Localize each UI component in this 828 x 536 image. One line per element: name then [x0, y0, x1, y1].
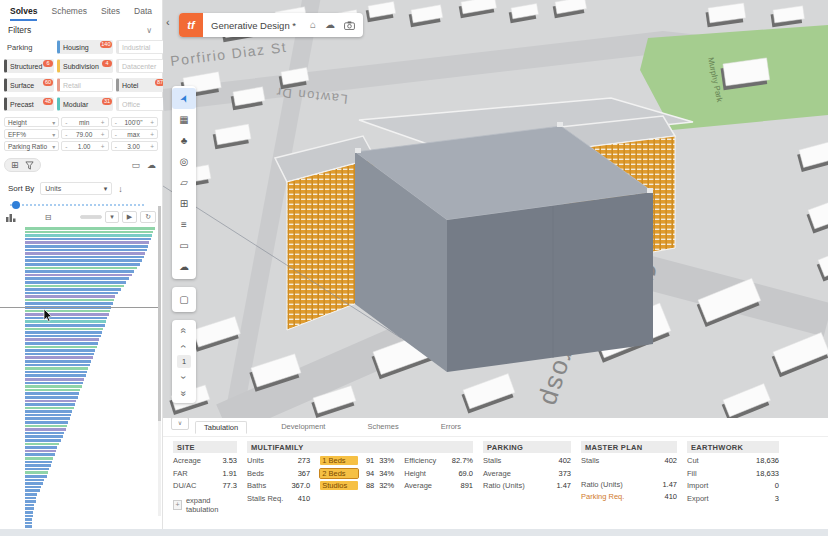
chart-bar[interactable]: [25, 425, 67, 428]
chart-bar[interactable]: [25, 338, 99, 341]
results-slider[interactable]: [10, 201, 152, 209]
compare-button[interactable]: [80, 215, 102, 219]
split-view-icon[interactable]: ⊟: [45, 213, 52, 222]
chart-bar[interactable]: [25, 245, 148, 248]
chart-bar[interactable]: [25, 432, 64, 435]
chart-bar[interactable]: [25, 471, 48, 474]
chart-bar[interactable]: [25, 267, 137, 270]
chart-bar[interactable]: [25, 353, 94, 356]
chart-scrollbar[interactable]: [158, 206, 161, 516]
filters-header[interactable]: Filters ∨: [0, 21, 162, 37]
chart-bar[interactable]: [25, 328, 103, 331]
parking-ratio-min-stepper[interactable]: -1.00+: [61, 141, 108, 151]
chart-bar[interactable]: [25, 281, 126, 284]
chart-bar[interactable]: [25, 403, 75, 406]
screen-icon[interactable]: ▭: [131, 160, 140, 170]
chart-bar[interactable]: [25, 407, 74, 410]
chart-bar[interactable]: [25, 324, 105, 327]
chart-bar[interactable]: [25, 259, 142, 262]
target-tool[interactable]: ◎: [172, 151, 196, 172]
cloud-icon[interactable]: ☁: [325, 19, 335, 31]
chip-surface[interactable]: Surface60: [4, 78, 54, 92]
parking-ratio-max-stepper[interactable]: -3.00+: [111, 141, 158, 151]
play-button[interactable]: ▶: [122, 211, 137, 223]
select-tool[interactable]: ➤: [172, 88, 196, 109]
chart-bar[interactable]: [25, 392, 79, 395]
panel-tool[interactable]: ▭: [172, 235, 196, 256]
chart-bar[interactable]: [25, 371, 87, 374]
chart-bar[interactable]: [25, 378, 84, 381]
chip-precast[interactable]: Precast48: [4, 97, 54, 111]
chart-bar[interactable]: [25, 295, 115, 298]
tab-schemes[interactable]: Schemes: [52, 6, 87, 21]
chart-bar[interactable]: [25, 385, 82, 388]
chart-bar[interactable]: [25, 525, 32, 528]
chart-bar[interactable]: [25, 277, 129, 280]
chip-hotel[interactable]: Hotel87: [116, 78, 166, 92]
grid-tool[interactable]: ⊞: [172, 193, 196, 214]
chart-bar[interactable]: [25, 489, 40, 492]
project-title[interactable]: Generative Design *: [211, 20, 296, 31]
chip-subdivision[interactable]: Subdivision4: [57, 59, 113, 73]
chart-bar[interactable]: [25, 292, 118, 295]
tab-schemes-bottom[interactable]: Schemes: [359, 421, 406, 434]
tab-solves[interactable]: Solves: [10, 6, 37, 21]
car-tool[interactable]: ▱: [172, 172, 196, 193]
bar-chart-icon[interactable]: [6, 213, 16, 222]
chevron-down-icon[interactable]: ∨: [146, 26, 152, 35]
chart-bar[interactable]: [25, 475, 47, 478]
chart-bar[interactable]: [25, 396, 78, 399]
plus-icon[interactable]: +: [101, 131, 105, 138]
mf-unit-mix-row[interactable]: 1 Beds9133%: [320, 456, 394, 465]
tab-errors[interactable]: Errors: [433, 421, 469, 434]
chart-bar[interactable]: [25, 482, 43, 485]
tree-tool[interactable]: ♣: [172, 130, 196, 151]
chart-bar[interactable]: [25, 241, 149, 244]
sort-direction-icon[interactable]: ↓: [118, 184, 123, 194]
building-tool[interactable]: ▦: [172, 109, 196, 130]
plus-icon[interactable]: +: [150, 119, 154, 126]
chart-bar[interactable]: [25, 518, 32, 521]
parking-ratio-dropdown[interactable]: Parking Ratio▾: [4, 141, 59, 151]
chart-bar[interactable]: [25, 417, 70, 420]
minus-icon[interactable]: -: [115, 119, 117, 126]
eff-max-stepper[interactable]: -max+: [111, 129, 158, 139]
solves-bar-chart[interactable]: [25, 227, 161, 536]
chart-bar[interactable]: [25, 515, 33, 518]
zone-tool[interactable]: ▢: [172, 289, 196, 310]
plus-icon[interactable]: +: [150, 131, 154, 138]
sort-by-dropdown[interactable]: Units ▾: [40, 182, 112, 195]
chart-bar[interactable]: [25, 522, 32, 525]
chart-bar[interactable]: [25, 256, 144, 259]
chart-bar[interactable]: [25, 450, 56, 453]
chart-bar[interactable]: [25, 464, 51, 467]
tab-tabulation[interactable]: Tabulation: [195, 421, 247, 434]
chart-bar[interactable]: [25, 302, 113, 305]
chart-bar[interactable]: [25, 313, 109, 316]
chart-bar[interactable]: [25, 443, 59, 446]
chart-bar[interactable]: [25, 382, 83, 385]
chart-bar[interactable]: [25, 288, 121, 291]
chart-bar[interactable]: [25, 331, 102, 334]
chart-bar[interactable]: [25, 270, 134, 273]
chip-datacenter[interactable]: Datacenter: [116, 59, 166, 73]
home-icon[interactable]: ⌂: [310, 19, 316, 31]
chart-bar[interactable]: [25, 468, 49, 471]
chart-bar[interactable]: [25, 461, 52, 464]
chart-bar[interactable]: [25, 285, 124, 288]
chip-housing[interactable]: Housing140: [57, 40, 113, 54]
chart-bar[interactable]: [25, 367, 88, 370]
level-top-button[interactable]: «: [172, 322, 196, 338]
chart-bar[interactable]: [25, 511, 33, 514]
chart-bar[interactable]: [25, 457, 53, 460]
chart-bar[interactable]: [25, 479, 44, 482]
chart-bar[interactable]: [25, 342, 98, 345]
chart-bar[interactable]: [25, 263, 140, 266]
funnel-icon[interactable]: [25, 161, 34, 170]
chart-bar[interactable]: [25, 504, 34, 507]
refresh-button[interactable]: ↻: [140, 211, 156, 223]
chart-bar[interactable]: [25, 320, 106, 323]
chip-industrial[interactable]: Industrial: [116, 40, 166, 54]
chart-bar[interactable]: [25, 249, 147, 252]
slider-knob[interactable]: [12, 201, 20, 209]
